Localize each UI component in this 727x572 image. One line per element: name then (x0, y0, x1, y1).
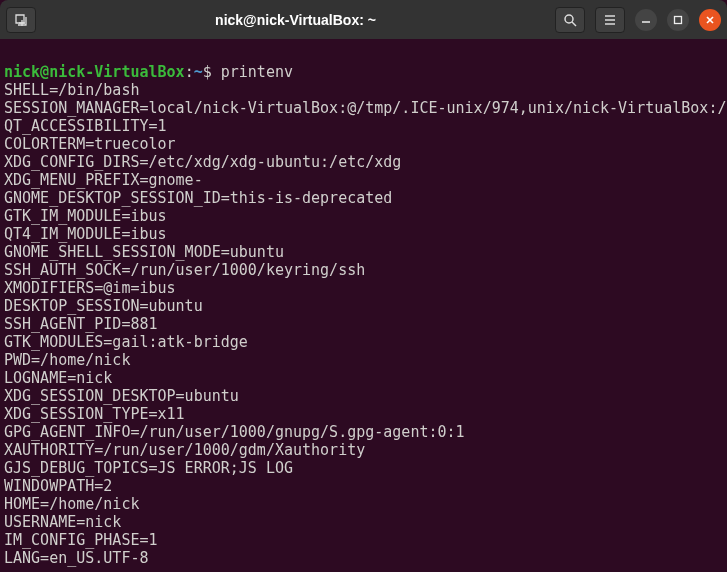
prompt-user-host: nick@nick-VirtualBox (4, 63, 185, 81)
terminal-output[interactable]: nick@nick-VirtualBox:~$ printenv SHELL=/… (0, 39, 727, 572)
hamburger-icon (603, 13, 617, 27)
env-line: XAUTHORITY=/run/user/1000/gdm/Xauthority (4, 441, 723, 459)
svg-rect-6 (675, 16, 682, 23)
env-line: XDG_SESSION_DESKTOP=ubuntu (4, 387, 723, 405)
minimize-button[interactable] (635, 9, 657, 31)
maximize-icon (673, 15, 683, 25)
close-button[interactable] (699, 9, 721, 31)
command-text: printenv (221, 63, 293, 81)
env-line: SSH_AUTH_SOCK=/run/user/1000/keyring/ssh (4, 261, 723, 279)
env-line: XMODIFIERS=@im=ibus (4, 279, 723, 297)
search-icon (563, 13, 577, 27)
env-line: XDG_CONFIG_DIRS=/etc/xdg/xdg-ubuntu:/etc… (4, 153, 723, 171)
env-line: QT_ACCESSIBILITY=1 (4, 117, 723, 135)
env-line: USERNAME=nick (4, 513, 723, 531)
env-line: XDG_MENU_PREFIX=gnome- (4, 171, 723, 189)
window-title: nick@nick-VirtualBox: ~ (42, 12, 549, 28)
maximize-button[interactable] (667, 9, 689, 31)
env-line: GPG_AGENT_INFO=/run/user/1000/gnupg/S.gp… (4, 423, 723, 441)
env-line: LANG=en_US.UTF-8 (4, 549, 723, 567)
env-line: XDG_SESSION_TYPE=x11 (4, 405, 723, 423)
search-button[interactable] (555, 7, 585, 33)
svg-line-1 (572, 22, 576, 26)
env-line: QT4_IM_MODULE=ibus (4, 225, 723, 243)
new-tab-button[interactable] (6, 7, 36, 33)
env-line: PWD=/home/nick (4, 351, 723, 369)
env-line: HOME=/home/nick (4, 495, 723, 513)
env-line: GJS_DEBUG_TOPICS=JS ERROR;JS LOG (4, 459, 723, 477)
env-line: GTK_IM_MODULE=ibus (4, 207, 723, 225)
prompt-path: ~ (194, 63, 203, 81)
env-line: WINDOWPATH=2 (4, 477, 723, 495)
minimize-icon (641, 15, 651, 25)
env-line: GNOME_SHELL_SESSION_MODE=ubuntu (4, 243, 723, 261)
close-icon (705, 15, 715, 25)
env-line: SESSION_MANAGER=local/nick-VirtualBox:@/… (4, 99, 723, 117)
prompt-sep: : (185, 63, 194, 81)
env-line: SHELL=/bin/bash (4, 81, 723, 99)
window-titlebar: nick@nick-VirtualBox: ~ (0, 0, 727, 39)
env-line: IM_CONFIG_PHASE=1 (4, 531, 723, 549)
menu-button[interactable] (595, 7, 625, 33)
env-line: GNOME_DESKTOP_SESSION_ID=this-is-depreca… (4, 189, 723, 207)
env-line: COLORTERM=truecolor (4, 135, 723, 153)
env-line: GTK_MODULES=gail:atk-bridge (4, 333, 723, 351)
svg-point-0 (565, 15, 573, 23)
env-line: DESKTOP_SESSION=ubuntu (4, 297, 723, 315)
env-line: SSH_AGENT_PID=881 (4, 315, 723, 333)
env-line: LOGNAME=nick (4, 369, 723, 387)
prompt-symbol: $ (203, 63, 212, 81)
prompt-line: nick@nick-VirtualBox:~$ printenv (4, 63, 293, 81)
